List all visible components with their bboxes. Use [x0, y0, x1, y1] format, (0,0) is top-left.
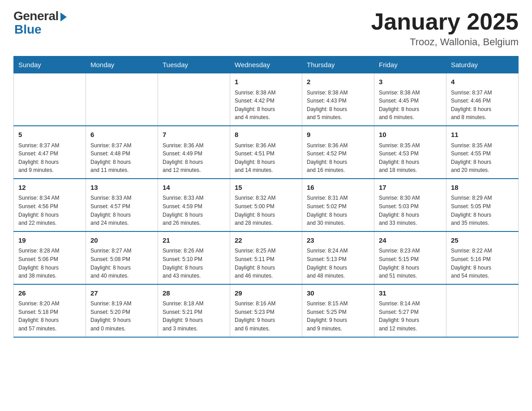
- day-number: 21: [163, 235, 225, 246]
- day-info: Sunrise: 8:36 AM Sunset: 4:49 PM Dayligh…: [163, 141, 225, 175]
- calendar-cell: 28Sunrise: 8:18 AM Sunset: 5:21 PM Dayli…: [158, 284, 230, 337]
- day-number: 25: [451, 235, 514, 246]
- calendar-cell: 26Sunrise: 8:20 AM Sunset: 5:18 PM Dayli…: [14, 284, 86, 337]
- calendar-cell: 8Sunrise: 8:36 AM Sunset: 4:51 PM Daylig…: [230, 126, 302, 179]
- day-number: 27: [90, 288, 153, 299]
- day-number: 12: [18, 183, 81, 193]
- day-of-week-header: Sunday: [14, 56, 86, 73]
- day-number: 13: [90, 183, 153, 193]
- location-label: Trooz, Wallonia, Belgium: [371, 36, 519, 48]
- day-info: Sunrise: 8:37 AM Sunset: 4:48 PM Dayligh…: [90, 141, 153, 175]
- day-info: Sunrise: 8:37 AM Sunset: 4:47 PM Dayligh…: [18, 141, 81, 175]
- calendar-cell: 16Sunrise: 8:31 AM Sunset: 5:02 PM Dayli…: [302, 179, 374, 231]
- day-info: Sunrise: 8:24 AM Sunset: 5:13 PM Dayligh…: [307, 247, 369, 280]
- logo-general-text: General: [13, 9, 59, 23]
- logo-arrow-icon: [60, 13, 67, 21]
- day-info: Sunrise: 8:19 AM Sunset: 5:20 PM Dayligh…: [90, 300, 153, 333]
- day-number: 30: [307, 288, 369, 299]
- day-number: 5: [18, 130, 81, 140]
- day-info: Sunrise: 8:36 AM Sunset: 4:51 PM Dayligh…: [235, 141, 297, 175]
- calendar-week-row: 5Sunrise: 8:37 AM Sunset: 4:47 PM Daylig…: [14, 126, 519, 179]
- day-info: Sunrise: 8:28 AM Sunset: 5:06 PM Dayligh…: [18, 247, 81, 280]
- calendar-cell: 4Sunrise: 8:37 AM Sunset: 4:46 PM Daylig…: [446, 73, 519, 126]
- day-number: 10: [379, 130, 442, 140]
- calendar-cell: 23Sunrise: 8:24 AM Sunset: 5:13 PM Dayli…: [302, 231, 374, 284]
- calendar-cell: 3Sunrise: 8:38 AM Sunset: 4:45 PM Daylig…: [374, 73, 446, 126]
- day-number: 8: [235, 130, 297, 140]
- day-number: 15: [235, 183, 297, 193]
- day-info: Sunrise: 8:32 AM Sunset: 5:00 PM Dayligh…: [235, 194, 297, 227]
- calendar-cell: 25Sunrise: 8:22 AM Sunset: 5:16 PM Dayli…: [446, 231, 519, 284]
- calendar-cell: 30Sunrise: 8:15 AM Sunset: 5:25 PM Dayli…: [302, 284, 374, 337]
- calendar-table: SundayMondayTuesdayWednesdayThursdayFrid…: [13, 56, 519, 337]
- title-section: January 2025 Trooz, Wallonia, Belgium: [371, 9, 519, 48]
- day-number: 6: [90, 130, 153, 140]
- day-number: 4: [451, 77, 514, 87]
- day-info: Sunrise: 8:26 AM Sunset: 5:10 PM Dayligh…: [163, 247, 225, 280]
- calendar-cell: 20Sunrise: 8:27 AM Sunset: 5:08 PM Dayli…: [86, 231, 158, 284]
- day-info: Sunrise: 8:35 AM Sunset: 4:53 PM Dayligh…: [379, 141, 442, 175]
- calendar-cell: [14, 73, 86, 126]
- day-info: Sunrise: 8:37 AM Sunset: 4:46 PM Dayligh…: [451, 89, 514, 122]
- day-of-week-header: Wednesday: [230, 56, 302, 73]
- calendar-cell: 19Sunrise: 8:28 AM Sunset: 5:06 PM Dayli…: [14, 231, 86, 284]
- calendar-cell: 31Sunrise: 8:14 AM Sunset: 5:27 PM Dayli…: [374, 284, 446, 337]
- month-year-title: January 2025: [371, 9, 519, 34]
- day-number: 17: [379, 183, 442, 193]
- calendar-week-row: 19Sunrise: 8:28 AM Sunset: 5:06 PM Dayli…: [14, 231, 519, 284]
- calendar-cell: 10Sunrise: 8:35 AM Sunset: 4:53 PM Dayli…: [374, 126, 446, 179]
- calendar-week-row: 12Sunrise: 8:34 AM Sunset: 4:56 PM Dayli…: [14, 179, 519, 231]
- day-number: 3: [379, 77, 442, 87]
- calendar-week-row: 26Sunrise: 8:20 AM Sunset: 5:18 PM Dayli…: [14, 284, 519, 337]
- day-info: Sunrise: 8:33 AM Sunset: 4:57 PM Dayligh…: [90, 194, 153, 227]
- calendar-header-row: SundayMondayTuesdayWednesdayThursdayFrid…: [14, 56, 519, 73]
- day-info: Sunrise: 8:34 AM Sunset: 4:56 PM Dayligh…: [18, 194, 81, 227]
- day-of-week-header: Thursday: [302, 56, 374, 73]
- calendar-cell: 2Sunrise: 8:38 AM Sunset: 4:43 PM Daylig…: [302, 73, 374, 126]
- day-number: 26: [18, 288, 81, 299]
- calendar-cell: 7Sunrise: 8:36 AM Sunset: 4:49 PM Daylig…: [158, 126, 230, 179]
- day-info: Sunrise: 8:35 AM Sunset: 4:55 PM Dayligh…: [451, 141, 514, 175]
- logo-blue-text: Blue: [14, 22, 42, 37]
- logo: General Blue: [13, 9, 67, 37]
- day-info: Sunrise: 8:20 AM Sunset: 5:18 PM Dayligh…: [18, 300, 81, 333]
- day-info: Sunrise: 8:14 AM Sunset: 5:27 PM Dayligh…: [379, 300, 442, 333]
- day-info: Sunrise: 8:38 AM Sunset: 4:42 PM Dayligh…: [235, 89, 297, 122]
- calendar-cell: 15Sunrise: 8:32 AM Sunset: 5:00 PM Dayli…: [230, 179, 302, 231]
- day-info: Sunrise: 8:16 AM Sunset: 5:23 PM Dayligh…: [235, 300, 297, 333]
- day-number: 2: [307, 77, 369, 87]
- day-of-week-header: Tuesday: [158, 56, 230, 73]
- calendar-cell: 18Sunrise: 8:29 AM Sunset: 5:05 PM Dayli…: [446, 179, 519, 231]
- day-number: 18: [451, 183, 514, 193]
- calendar-cell: [158, 73, 230, 126]
- calendar-cell: 14Sunrise: 8:33 AM Sunset: 4:59 PM Dayli…: [158, 179, 230, 231]
- day-info: Sunrise: 8:38 AM Sunset: 4:45 PM Dayligh…: [379, 89, 442, 122]
- day-info: Sunrise: 8:27 AM Sunset: 5:08 PM Dayligh…: [90, 247, 153, 280]
- day-of-week-header: Monday: [86, 56, 158, 73]
- calendar-week-row: 1Sunrise: 8:38 AM Sunset: 4:42 PM Daylig…: [14, 73, 519, 126]
- day-number: 24: [379, 235, 442, 246]
- day-number: 20: [90, 235, 153, 246]
- day-number: 28: [163, 288, 225, 299]
- day-number: 22: [235, 235, 297, 246]
- page-header: General Blue January 2025 Trooz, Walloni…: [13, 9, 519, 48]
- day-info: Sunrise: 8:22 AM Sunset: 5:16 PM Dayligh…: [451, 247, 514, 280]
- day-info: Sunrise: 8:18 AM Sunset: 5:21 PM Dayligh…: [163, 300, 225, 333]
- day-info: Sunrise: 8:25 AM Sunset: 5:11 PM Dayligh…: [235, 247, 297, 280]
- day-of-week-header: Friday: [374, 56, 446, 73]
- day-info: Sunrise: 8:15 AM Sunset: 5:25 PM Dayligh…: [307, 300, 369, 333]
- calendar-cell: 6Sunrise: 8:37 AM Sunset: 4:48 PM Daylig…: [86, 126, 158, 179]
- day-number: 11: [451, 130, 514, 140]
- calendar-cell: 21Sunrise: 8:26 AM Sunset: 5:10 PM Dayli…: [158, 231, 230, 284]
- day-info: Sunrise: 8:30 AM Sunset: 5:03 PM Dayligh…: [379, 194, 442, 227]
- day-number: 14: [163, 183, 225, 193]
- calendar-cell: 24Sunrise: 8:23 AM Sunset: 5:15 PM Dayli…: [374, 231, 446, 284]
- calendar-cell: [446, 284, 519, 337]
- day-info: Sunrise: 8:33 AM Sunset: 4:59 PM Dayligh…: [163, 194, 225, 227]
- calendar-cell: 22Sunrise: 8:25 AM Sunset: 5:11 PM Dayli…: [230, 231, 302, 284]
- day-info: Sunrise: 8:29 AM Sunset: 5:05 PM Dayligh…: [451, 194, 514, 227]
- calendar-cell: 13Sunrise: 8:33 AM Sunset: 4:57 PM Dayli…: [86, 179, 158, 231]
- day-number: 16: [307, 183, 369, 193]
- day-info: Sunrise: 8:23 AM Sunset: 5:15 PM Dayligh…: [379, 247, 442, 280]
- day-number: 9: [307, 130, 369, 140]
